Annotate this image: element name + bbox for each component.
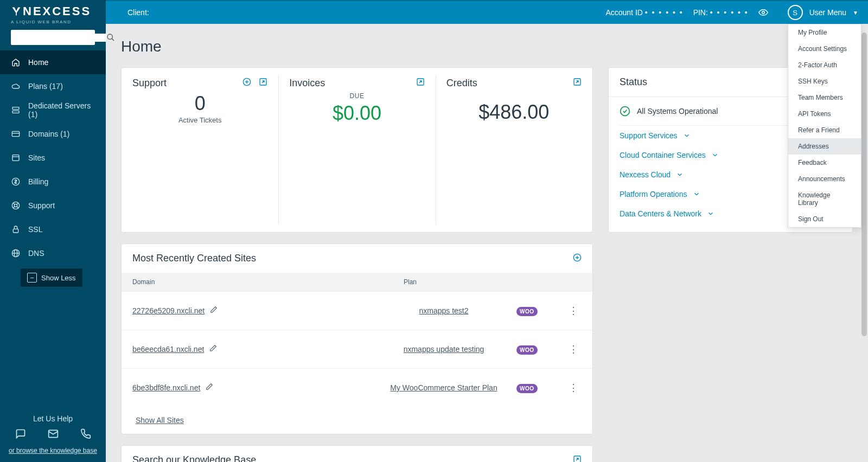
due-label: DUE: [289, 92, 424, 100]
row-menu-icon[interactable]: ⋮: [565, 343, 582, 355]
site-domain-link[interactable]: 22726e5209.nxcli.net: [132, 306, 205, 315]
sidebar-item-home[interactable]: Home: [0, 50, 106, 74]
email-icon[interactable]: [48, 428, 59, 441]
user-menu-item[interactable]: Knowledge Library: [788, 187, 861, 211]
lifebuoy-icon: [11, 201, 21, 210]
site-plan-link[interactable]: nxmapps update testing: [404, 345, 484, 354]
add-site-icon[interactable]: [573, 253, 582, 264]
account-id-group: Account ID • • • • • •: [605, 8, 683, 17]
reveal-eye-icon[interactable]: [758, 8, 768, 17]
edit-icon[interactable]: [209, 344, 217, 354]
chevron-down-icon: [693, 190, 700, 198]
invoices-title: Invoices: [289, 78, 325, 89]
svg-rect-18: [13, 229, 18, 233]
svg-line-14: [13, 203, 15, 204]
woo-badge: WOO: [516, 384, 538, 393]
user-menu-dropdown: My ProfileAccount Settings2-Factor AuthS…: [788, 24, 861, 228]
edit-icon[interactable]: [210, 306, 218, 316]
open-invoices-icon[interactable]: [416, 78, 425, 88]
credits-value: $486.00: [446, 101, 582, 124]
invoices-value: $0.00: [289, 102, 424, 125]
user-menu-item[interactable]: 2-Factor Auth: [788, 57, 861, 73]
show-less-label: Show Less: [41, 274, 76, 282]
sidebar-item-window[interactable]: Sites: [0, 146, 106, 170]
operational-text: All Systems Operational: [637, 107, 718, 116]
home-icon: [11, 57, 21, 67]
user-menu-item[interactable]: Account Settings: [788, 41, 861, 57]
support-count: 0: [132, 92, 267, 115]
user-menu-item[interactable]: Feedback: [788, 155, 861, 171]
site-plan-link[interactable]: nxmapps test2: [419, 306, 468, 315]
cloud-icon: [11, 81, 21, 91]
svg-point-0: [762, 11, 764, 14]
svg-point-29: [621, 107, 630, 116]
globe-icon: [11, 248, 21, 258]
phone-icon[interactable]: [80, 428, 91, 441]
user-menu-item[interactable]: Sign Out: [788, 211, 861, 227]
sidebar-item-globe[interactable]: DNS: [0, 241, 106, 265]
table-row: be6eecda61.nxcli.netnxmapps update testi…: [122, 330, 592, 368]
svg-line-15: [17, 203, 18, 204]
open-kb-icon[interactable]: [573, 455, 582, 463]
user-menu-item[interactable]: Refer a Friend: [788, 122, 861, 138]
logo[interactable]: NEXCESS A LIQUID WEB BRAND: [0, 0, 106, 30]
status-group-label: Data Centers & Network: [620, 209, 701, 218]
edit-icon[interactable]: [206, 383, 213, 393]
show-less-button[interactable]: −Show Less: [21, 268, 82, 287]
invoices-stat: Invoices DUE $0.00: [278, 68, 435, 232]
svg-rect-4: [12, 111, 19, 113]
kb-link[interactable]: or browse the knowledge base: [5, 447, 100, 454]
row-menu-icon[interactable]: ⋮: [565, 382, 582, 394]
sidebar-search[interactable]: [11, 30, 95, 45]
site-plan-link[interactable]: My WooCommerce Starter Plan: [390, 383, 497, 392]
sidebar-item-lock[interactable]: SSL: [0, 217, 106, 241]
sidebar-item-cloud[interactable]: Plans (17): [0, 74, 106, 98]
chevron-down-icon: [707, 210, 714, 217]
pin-value: • • • • • •: [710, 8, 749, 17]
open-support-icon[interactable]: [259, 78, 267, 88]
show-all-sites-link[interactable]: Show All Sites: [136, 416, 184, 425]
user-menu-item[interactable]: Announcements: [788, 171, 861, 187]
account-info-block: Account ID • • • • • • PIN: • • • • • • …: [605, 1, 868, 24]
site-domain-link[interactable]: 6be3bdf8fe.nxcli.net: [132, 383, 200, 392]
user-menu-item[interactable]: My Profile: [788, 24, 861, 41]
row-menu-icon[interactable]: ⋮: [565, 305, 582, 317]
support-stat: Support 0 Active Tickets: [122, 68, 278, 232]
sidebar-item-card[interactable]: Domains (1): [0, 122, 106, 146]
chevron-down-icon: [683, 132, 691, 139]
stats-card: Support 0 Active Tickets Invoices DUE: [121, 67, 593, 233]
user-menu-item[interactable]: Team Members: [788, 89, 861, 106]
sidebar-item-lifebuoy[interactable]: Support: [0, 194, 106, 217]
help-footer: Let Us Help or browse the knowledge base: [0, 407, 106, 462]
scrollbar[interactable]: [861, 33, 867, 336]
server-icon: [11, 105, 21, 115]
user-menu-item[interactable]: Addresses: [788, 138, 861, 155]
account-id-label: Account ID: [605, 8, 642, 17]
kb-title: Search our Knowledge Base: [132, 454, 256, 462]
sidebar-item-dollar[interactable]: Billing: [0, 170, 106, 194]
sites-table-header: Domain Plan: [122, 273, 592, 291]
chevron-down-icon: [711, 151, 719, 159]
sidebar-item-label: Sites: [28, 153, 45, 162]
th-plan: Plan: [404, 278, 582, 286]
sidebar-item-label: DNS: [28, 249, 44, 258]
woo-badge: WOO: [516, 345, 538, 355]
help-title: Let Us Help: [5, 414, 100, 423]
sidebar-search-input[interactable]: [15, 34, 106, 42]
sidebar-item-label: Support: [28, 201, 55, 210]
dollar-icon: [11, 177, 21, 187]
svg-line-17: [17, 207, 18, 208]
site-domain-link[interactable]: be6eecda61.nxcli.net: [132, 345, 204, 354]
sites-card: Most Recently Created Sites Domain Plan …: [121, 243, 593, 434]
open-credits-icon[interactable]: [573, 78, 582, 88]
th-domain: Domain: [132, 278, 404, 286]
add-ticket-icon[interactable]: [242, 78, 251, 88]
svg-rect-9: [12, 155, 19, 161]
chat-icon[interactable]: [15, 428, 26, 441]
user-menu-item[interactable]: SSH Keys: [788, 73, 861, 89]
sidebar-item-server[interactable]: Dedicated Servers (1): [0, 98, 106, 122]
top-bar: Client: Account ID • • • • • • PIN: • • …: [0, 0, 868, 24]
sidebar-item-label: Plans (17): [28, 82, 63, 91]
user-menu-button[interactable]: S User Menu ▼: [778, 1, 868, 24]
user-menu-item[interactable]: API Tokens: [788, 106, 861, 122]
